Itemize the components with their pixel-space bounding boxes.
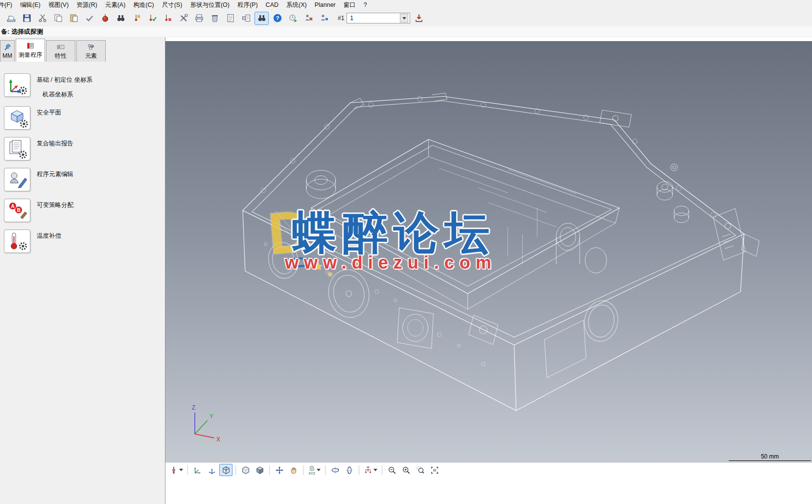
main-area: MM测量程序特性元素 基础 / 初定位 坐标系机器坐标系安全平面复合输出报告程序…: [0, 37, 812, 504]
help-icon[interactable]: ?: [270, 12, 284, 25]
probe-delete-icon[interactable]: [161, 12, 175, 25]
sidebar-subitem-label[interactable]: 机器坐标系: [43, 91, 93, 99]
probe-star-icon[interactable]: [129, 12, 143, 25]
move-icon[interactable]: [273, 464, 286, 476]
menu-item-1[interactable]: 编辑(E): [16, 0, 45, 11]
menu-item-3[interactable]: 资源(R): [72, 0, 101, 11]
delete-icon: [210, 13, 220, 23]
cube-wire-icon: [222, 466, 231, 475]
zoom-out-icon[interactable]: [385, 464, 398, 476]
menu-item-4[interactable]: 元素(A): [101, 0, 130, 11]
menu-item-9[interactable]: CAD: [262, 0, 282, 10]
menu-item-6[interactable]: 尺寸(S): [158, 0, 186, 11]
menu-item-10[interactable]: 系统(X): [282, 0, 311, 11]
menu-item-11[interactable]: Planner: [311, 0, 340, 10]
copy-icon[interactable]: [51, 12, 65, 25]
menu-item-13[interactable]: ?: [360, 0, 371, 10]
menu-item-7[interactable]: 形状与位置(O): [186, 0, 233, 11]
cube-shaded-icon[interactable]: [253, 464, 266, 476]
sidebar-item-5[interactable]: 温度补偿: [4, 229, 165, 253]
rotate-view-icon[interactable]: XYZ: [306, 464, 322, 476]
tab-1[interactable]: 测量程序: [16, 39, 45, 62]
save-icon[interactable]: [20, 12, 34, 25]
menu-item-2[interactable]: 视图(V): [45, 0, 73, 11]
cut-icon[interactable]: [35, 12, 49, 25]
cube-hidden-icon[interactable]: [239, 464, 252, 476]
run-auto-icon: [288, 13, 298, 23]
accept-icon[interactable]: [82, 12, 96, 25]
zoom-fit-icon[interactable]: [428, 464, 441, 476]
print-preview-icon[interactable]: [239, 12, 253, 25]
svg-text:B: B: [17, 207, 20, 213]
stop-user-icon: [304, 13, 314, 23]
run-ball-icon: [100, 13, 110, 23]
tab-0[interactable]: MM: [0, 40, 15, 62]
copy-icon: [53, 13, 63, 23]
cube-wire-icon[interactable]: [219, 464, 232, 476]
tools-icon: [179, 13, 188, 23]
open-icon[interactable]: [4, 12, 18, 25]
statusbar: 备: 选择或探测: [0, 26, 812, 37]
tab-label: 特性: [55, 52, 67, 60]
menu-item-5[interactable]: 构造(C): [129, 0, 158, 11]
find-feature-icon[interactable]: [255, 12, 269, 25]
menu-item-0[interactable]: 文件(F): [0, 0, 16, 11]
zoom-in-icon[interactable]: [399, 464, 413, 476]
search-icon[interactable]: [114, 12, 128, 25]
pan-icon[interactable]: [287, 464, 300, 476]
rotate-y-icon[interactable]: [343, 464, 356, 476]
report-icon[interactable]: [223, 12, 237, 25]
tab-label: 测量程序: [19, 51, 42, 59]
dropdown-arrow-icon[interactable]: [317, 469, 321, 471]
combobox-dropdown-icon[interactable]: [400, 14, 408, 23]
zoom-window-icon[interactable]: [414, 464, 427, 476]
sidebar-item-1[interactable]: 安全平面: [4, 106, 165, 130]
probe-tree-icon[interactable]: [362, 464, 379, 476]
print-icon[interactable]: [192, 12, 206, 25]
zoom-in-icon: [402, 466, 411, 475]
coordinate-system-icon: [6, 75, 28, 95]
sidebar-item-0[interactable]: 基础 / 初定位 坐标系机器坐标系: [4, 73, 165, 99]
wrench-icon: [3, 43, 12, 52]
run-selector: #11: [338, 13, 410, 23]
probe-icon[interactable]: [168, 464, 185, 476]
report-icon: [226, 13, 235, 23]
delete-icon[interactable]: [208, 12, 222, 25]
sidebar-item-2[interactable]: 复合输出报告: [4, 137, 165, 160]
sidebar: 基础 / 初定位 坐标系机器坐标系安全平面复合输出报告程序元素编辑AB可变策略分…: [0, 62, 165, 260]
svg-text:A: A: [11, 204, 14, 209]
sidebar-item-3[interactable]: 程序元素编辑: [4, 168, 165, 191]
toolbar-separator: [382, 465, 382, 475]
menu-item-12[interactable]: 窗口: [340, 0, 360, 11]
stop-user-icon[interactable]: [302, 12, 316, 25]
rotate-y-icon: [345, 466, 354, 475]
zoom-window-icon: [416, 466, 425, 475]
csys-icon[interactable]: [191, 464, 204, 476]
search-icon: [116, 13, 126, 23]
tab-3[interactable]: 元素: [76, 40, 106, 62]
sidebar-item-4[interactable]: AB可变策略分配: [4, 199, 165, 222]
run-user-icon[interactable]: [317, 12, 331, 25]
save-icon: [22, 13, 32, 23]
download-icon[interactable]: [412, 12, 426, 25]
view-toolbar: XYZ: [165, 462, 812, 477]
csys-icon: [193, 466, 202, 475]
bottom-spacer: [165, 477, 812, 504]
dropdown-arrow-icon[interactable]: [373, 469, 377, 471]
dropdown-arrow-icon[interactable]: [179, 469, 183, 471]
program-tab-icon: [26, 42, 35, 50]
toolbar-separator: [325, 465, 325, 475]
run-auto-icon[interactable]: [286, 12, 300, 25]
csys2-icon[interactable]: [205, 464, 218, 476]
probe-check-icon[interactable]: [145, 12, 159, 25]
tools-icon[interactable]: [176, 12, 190, 25]
viewport-3d[interactable]: D ★ ★ 蝶醉论坛 www.diezui.com Z Y X 50 mm: [165, 41, 812, 462]
run-ball-icon[interactable]: [98, 12, 112, 25]
paste-icon[interactable]: [67, 12, 81, 25]
icon-box: [4, 73, 30, 97]
run-selector-combobox[interactable]: 1: [347, 13, 410, 23]
rotate-x-icon[interactable]: [328, 464, 342, 476]
tab-2[interactable]: 特性: [46, 40, 75, 62]
viewport-column: D ★ ★ 蝶醉论坛 www.diezui.com Z Y X 50 mm XY…: [165, 37, 812, 504]
menu-item-8[interactable]: 程序(P): [233, 0, 262, 11]
